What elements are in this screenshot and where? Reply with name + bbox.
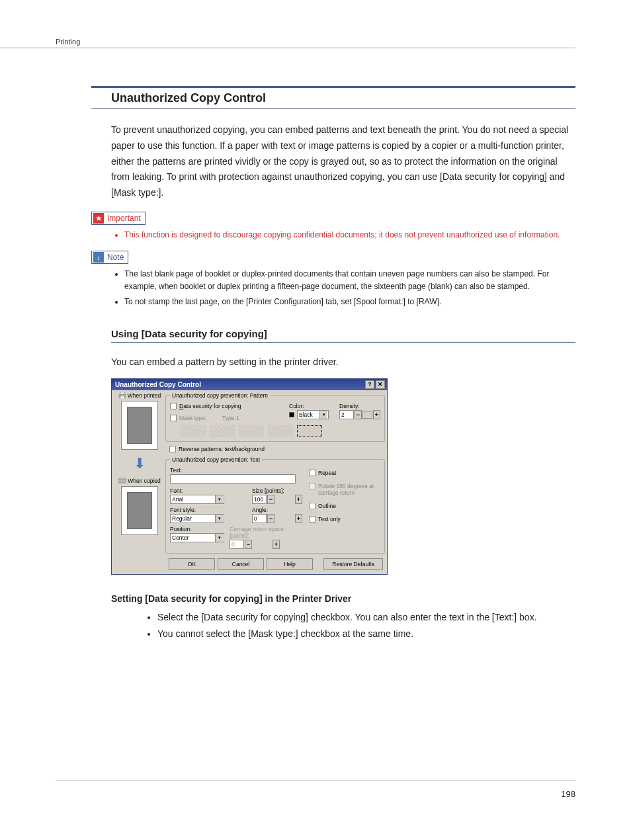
copier-icon bbox=[118, 478, 126, 484]
checkbox-mask-type[interactable] bbox=[170, 415, 177, 421]
note-item: To not stamp the last page, on the [Prin… bbox=[124, 296, 575, 308]
svg-rect-4 bbox=[120, 478, 125, 479]
label-color: Color: bbox=[289, 403, 329, 409]
select-color[interactable]: Black bbox=[297, 410, 329, 419]
label-textonly: Text only bbox=[318, 516, 341, 523]
crspace-plus[interactable]: + bbox=[273, 540, 280, 549]
size-plus[interactable]: + bbox=[295, 495, 302, 504]
important-callout-label: ★ Important bbox=[91, 212, 146, 225]
density-plus[interactable]: + bbox=[373, 410, 380, 419]
heading-block: Unauthorized Copy Control bbox=[91, 86, 575, 109]
dialog-button-row: OK Cancel Help Restore Defaults bbox=[112, 556, 387, 574]
angle-plus[interactable]: + bbox=[295, 514, 302, 523]
label-rotate: Rotate 180 degrees at carriage return bbox=[318, 483, 378, 496]
help-button[interactable]: Help bbox=[267, 558, 313, 570]
important-label-text: Important bbox=[107, 214, 141, 223]
label-position: Position: bbox=[170, 526, 224, 532]
heading-3-block: Using [Data security for copying] bbox=[111, 328, 575, 343]
svg-rect-3 bbox=[118, 479, 126, 483]
preview-printed bbox=[121, 401, 158, 450]
label-angle: Angle: bbox=[252, 507, 302, 513]
header-section: Printing bbox=[56, 38, 80, 46]
h3-intro: You can embed a pattern by setting in th… bbox=[111, 355, 575, 370]
pattern-thumb[interactable] bbox=[210, 425, 235, 437]
dialog-sidebar: When printed ⬇ When copied bbox=[114, 392, 165, 554]
when-printed-label: When printed bbox=[118, 392, 161, 399]
label-outline: Outline bbox=[318, 503, 336, 509]
svg-rect-1 bbox=[120, 392, 124, 394]
note-callout-label: ↓ Note bbox=[91, 251, 128, 264]
density-preview bbox=[362, 411, 372, 419]
star-icon: ★ bbox=[93, 213, 104, 224]
group-text: Unauthorized copy prevention: Text Text:… bbox=[165, 456, 385, 554]
heading-2: Unauthorized Copy Control bbox=[111, 91, 556, 105]
checkbox-outline[interactable] bbox=[309, 503, 316, 509]
help-icon[interactable]: ? bbox=[365, 380, 374, 389]
checkbox-reverse[interactable] bbox=[169, 446, 176, 452]
select-position[interactable]: Center bbox=[170, 533, 224, 542]
important-item: This function is designed to discourage … bbox=[124, 229, 575, 241]
crspace-minus[interactable]: − bbox=[245, 540, 252, 549]
label-crspace: Carriage return space [points]: bbox=[230, 526, 302, 539]
checkbox-textonly[interactable] bbox=[309, 516, 316, 523]
group-pattern: Unauthorized copy prevention: Pattern DD… bbox=[165, 392, 385, 442]
footer-rule bbox=[56, 780, 575, 781]
select-fontstyle[interactable]: Regular bbox=[170, 514, 224, 523]
checkbox-data-security[interactable] bbox=[170, 403, 177, 409]
pattern-thumb[interactable] bbox=[268, 425, 293, 437]
mask-type-value: Type 1 bbox=[222, 415, 239, 421]
dialog-unauthorized-copy-control: Unauthorized Copy Control ? ✕ When print… bbox=[111, 378, 388, 575]
label-font: Font: bbox=[170, 487, 247, 494]
size-minus[interactable]: − bbox=[267, 495, 274, 504]
dialog-titlebar: Unauthorized Copy Control ? ✕ bbox=[112, 379, 387, 390]
note-item: The last blank page of booklet or duplex… bbox=[124, 268, 575, 293]
checkbox-repeat[interactable] bbox=[309, 470, 316, 476]
label-data-security: DData security for copyingata security f… bbox=[179, 403, 241, 409]
label-text: Text: bbox=[170, 467, 302, 474]
input-size[interactable]: 100 bbox=[252, 495, 267, 504]
heading-3: Using [Data security for copying] bbox=[111, 328, 575, 339]
arrow-down-icon: ⬇ bbox=[134, 455, 146, 472]
input-density[interactable]: 2 bbox=[339, 410, 354, 419]
note-list: The last blank page of booklet or duplex… bbox=[124, 268, 575, 308]
ok-button[interactable]: OK bbox=[169, 558, 215, 570]
checkbox-rotate[interactable] bbox=[309, 483, 316, 489]
label-size: Size [points]: bbox=[252, 487, 302, 494]
dialog-title: Unauthorized Copy Control bbox=[115, 381, 201, 388]
down-arrow-icon: ↓ bbox=[93, 252, 104, 263]
label-reverse: Reverse patterns: text/background bbox=[179, 446, 265, 452]
density-minus[interactable]: − bbox=[355, 410, 362, 419]
label-density: Density: bbox=[339, 403, 380, 409]
note-label-text: Note bbox=[107, 253, 124, 262]
steps-list: Select the [Data security for copying] c… bbox=[157, 609, 575, 642]
label-mask-type: Mask type: bbox=[179, 415, 206, 421]
pattern-thumb[interactable] bbox=[239, 425, 264, 437]
input-text[interactable] bbox=[170, 474, 296, 483]
group-text-legend: Unauthorized copy prevention: Text bbox=[170, 456, 262, 463]
intro-paragraph: To prevent unauthorized copying, you can… bbox=[111, 122, 575, 201]
when-copied-label: When copied bbox=[118, 478, 161, 484]
input-crspace[interactable]: 0 bbox=[230, 540, 244, 549]
header-rule bbox=[0, 48, 575, 48]
restore-defaults-button[interactable]: Restore Defaults bbox=[323, 558, 383, 570]
pattern-thumb-selected[interactable] bbox=[297, 425, 322, 437]
close-icon[interactable]: ✕ bbox=[376, 380, 385, 389]
preview-copied bbox=[121, 486, 158, 535]
pattern-thumbnails bbox=[170, 425, 380, 437]
important-list: This function is designed to discourage … bbox=[124, 229, 575, 241]
color-swatch-icon bbox=[289, 412, 294, 417]
page-number: 198 bbox=[561, 789, 575, 799]
angle-minus[interactable]: − bbox=[267, 514, 274, 523]
subheading: Setting [Data security for copying] in t… bbox=[111, 593, 575, 604]
dialog-main: Unauthorized copy prevention: Pattern DD… bbox=[165, 392, 385, 554]
select-font[interactable]: Arial bbox=[170, 495, 224, 504]
group-pattern-legend: Unauthorized copy prevention: Pattern bbox=[170, 392, 270, 399]
step-item: You cannot select the [Mask type:] check… bbox=[157, 626, 575, 642]
printer-icon bbox=[118, 392, 126, 399]
cancel-button[interactable]: Cancel bbox=[218, 558, 264, 570]
label-fontstyle: Font style: bbox=[170, 507, 247, 513]
pattern-thumb[interactable] bbox=[181, 425, 206, 437]
input-angle[interactable]: 0 bbox=[252, 514, 267, 523]
label-repeat: Repeat bbox=[318, 470, 336, 476]
step-item: Select the [Data security for copying] c… bbox=[157, 609, 575, 626]
